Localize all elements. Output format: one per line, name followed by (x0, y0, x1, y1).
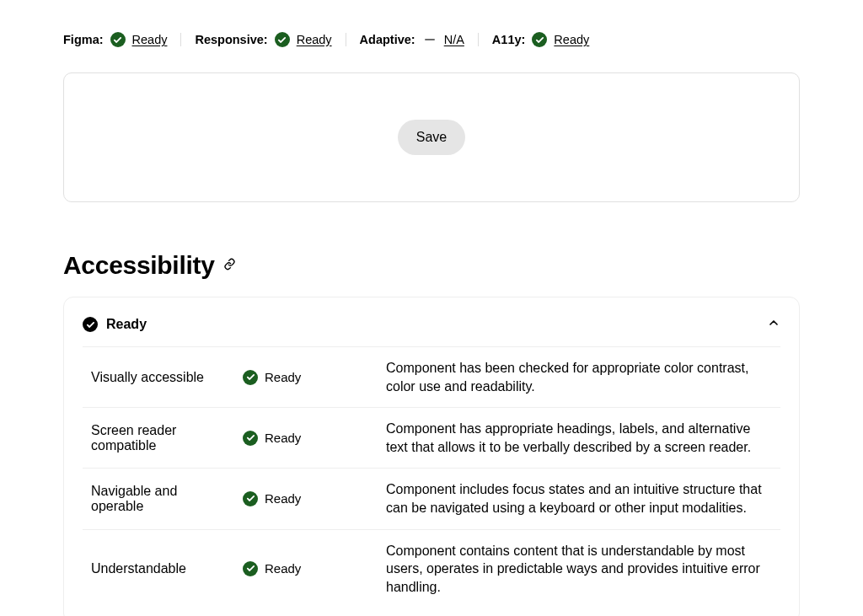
check-circle-icon (275, 32, 290, 47)
status-label: Adaptive: (360, 33, 415, 46)
status-text: Ready (265, 561, 301, 576)
status-item-adaptive: Adaptive: N/A (360, 33, 464, 46)
status-item-figma: Figma: Ready (63, 32, 167, 47)
criteria-status: Ready (243, 561, 361, 576)
status-text: Ready (265, 491, 301, 506)
status-link-responsive[interactable]: Ready (297, 33, 332, 46)
status-link-adaptive[interactable]: N/A (444, 33, 464, 46)
status-text: Ready (265, 370, 301, 384)
table-row: Understandable Ready Component contains … (83, 530, 780, 608)
divider (346, 33, 346, 46)
status-label: A11y: (492, 33, 526, 46)
divider (478, 33, 479, 46)
accordion-body: Visually accessible Ready Component has … (83, 346, 780, 608)
table-row: Visually accessible Ready Component has … (83, 347, 780, 408)
criteria-name: Navigable and operable (91, 484, 217, 514)
check-circle-icon (532, 32, 547, 47)
criteria-status: Ready (243, 431, 361, 446)
criteria-desc: Component has been checked for appropria… (386, 359, 772, 395)
check-circle-icon (83, 317, 98, 332)
criteria-name: Visually accessible (91, 370, 217, 385)
status-item-responsive: Responsive: Ready (195, 32, 331, 47)
check-circle-icon (243, 431, 258, 446)
criteria-desc: Component contains content that is under… (386, 542, 772, 597)
status-text: Ready (265, 431, 301, 445)
table-row: Navigable and operable Ready Component i… (83, 469, 780, 529)
table-row: Screen reader compatible Ready Component… (83, 408, 780, 469)
status-label: Figma: (63, 33, 104, 46)
chevron-up-icon (767, 316, 780, 333)
section-heading: Accessibility (63, 251, 800, 280)
status-label: Responsive: (195, 33, 267, 46)
criteria-desc: Component has appropriate headings, labe… (386, 420, 772, 456)
anchor-link-icon[interactable] (223, 258, 236, 274)
check-circle-icon (243, 370, 258, 385)
heading-text: Accessibility (63, 251, 215, 280)
criteria-status: Ready (243, 491, 361, 506)
dash-icon (422, 38, 437, 41)
criteria-status: Ready (243, 370, 361, 385)
status-item-a11y: A11y: Ready (492, 32, 589, 47)
check-circle-icon (110, 32, 126, 47)
criteria-name: Understandable (91, 561, 217, 576)
criteria-desc: Component includes focus states and an i… (386, 480, 772, 517)
save-button[interactable]: Save (398, 120, 465, 155)
accordion-header[interactable]: Ready (83, 297, 780, 346)
status-link-figma[interactable]: Ready (132, 33, 168, 46)
example-card: Save (63, 72, 800, 202)
criteria-name: Screen reader compatible (91, 423, 217, 453)
accessibility-accordion: Ready Visually accessible Ready Componen… (63, 297, 800, 616)
divider (180, 33, 181, 46)
status-bar: Figma: Ready Responsive: Ready Adaptive:… (63, 0, 800, 72)
check-circle-icon (243, 491, 258, 506)
accordion-summary-text: Ready (106, 317, 147, 332)
check-circle-icon (243, 561, 258, 576)
status-link-a11y[interactable]: Ready (554, 33, 589, 46)
